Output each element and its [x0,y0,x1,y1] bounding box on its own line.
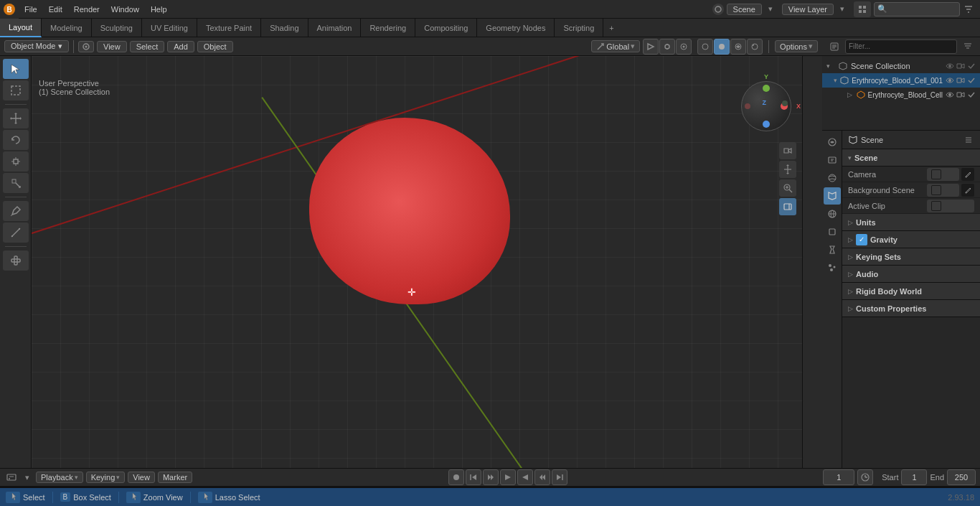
zoom-view-btn[interactable] [779,179,796,197]
end-frame[interactable]: 250 [947,469,976,485]
tool-select-cursor[interactable] [3,59,29,79]
nav-gizmo[interactable]: X Y Z [741,81,795,135]
toggle-sidebar-btn[interactable] [779,198,796,215]
camera-view-btn[interactable] [779,142,796,159]
playback-menu[interactable]: Playback ▾ [36,472,83,483]
x-neg-dot[interactable] [745,103,750,109]
tab-uv-editing[interactable]: UV Editing [142,19,197,37]
check-icon-3[interactable] [967,90,976,99]
outliner-item-erythrocyte-001[interactable]: ▾ Erythrocyte_Blood_Cell_001 [822,73,980,88]
viewport-overlay-btn[interactable] [78,41,94,52]
wireframe-mode[interactable] [697,39,713,55]
keying-menu[interactable]: Keying ▾ [86,472,126,483]
gravity-section-header[interactable]: ▷ ✓ Gravity [842,231,980,248]
camera-icon-2[interactable] [956,76,965,85]
transform-orientation[interactable]: Global ▾ [591,40,640,52]
snap-toggle[interactable] [643,39,659,55]
search-bar[interactable]: 🔍 [874,2,960,17]
step-back-btn[interactable] [483,469,499,485]
scene-section-header[interactable]: ▾ Scene [842,149,980,167]
3d-viewport[interactable]: User Perspective (1) Scene Collection X … [32,56,802,468]
tab-animation[interactable]: Animation [308,19,362,37]
prop-world-btn[interactable] [824,205,841,222]
gravity-checkbox[interactable]: ✓ [856,234,867,245]
prop-modifiers-btn[interactable] [824,241,841,258]
start-frame[interactable]: 1 [901,469,927,485]
timeline-dropdown[interactable]: ▾ [22,472,33,483]
prop-options-icon[interactable] [963,134,974,146]
tool-box-select[interactable] [3,80,29,100]
object-mode-selector[interactable]: Object Mode ▾ [4,40,69,52]
frame-clock[interactable] [857,469,873,485]
options-menu[interactable]: Options ▾ [775,40,818,52]
outliner-filter[interactable] [960,39,976,54]
prop-output-btn[interactable] [824,151,841,169]
tab-layout[interactable]: Layout [0,19,42,37]
tab-scripting[interactable]: Scripting [555,19,603,37]
pan-view-btn[interactable] [779,161,796,178]
object-menu[interactable]: Object [197,41,233,52]
camera-icon[interactable] [956,62,965,70]
prop-render-btn[interactable] [824,133,841,151]
prop-view-layer-btn[interactable] [824,169,841,187]
material-preview[interactable] [730,39,746,55]
keying-sets-section-header[interactable]: ▷ Keying Sets [842,248,980,266]
outliner-search[interactable] [845,39,957,54]
marker-menu[interactable]: Marker [158,472,192,483]
tool-annotate[interactable] [3,201,29,221]
tool-rotate[interactable] [3,130,29,150]
timeline-ruler[interactable]: 0102030405060708090100110120130140150160… [0,487,980,487]
step-forward-btn[interactable] [534,469,550,485]
tool-move[interactable] [3,108,29,128]
eye-icon[interactable] [946,62,954,70]
view-menu[interactable]: View [97,41,127,52]
eye-icon-3[interactable] [946,90,954,99]
tool-transform[interactable] [3,173,29,193]
play-back-btn[interactable] [500,469,516,485]
filter-icon[interactable] [960,1,977,17]
outliner-icon-1[interactable] [826,39,842,54]
rigid-body-world-section-header[interactable]: ▷ Rigid Body World [842,283,980,300]
tab-geometry-nodes[interactable]: Geometry Nodes [477,19,555,37]
tab-shading[interactable]: Shading [261,19,308,37]
play-forward-btn[interactable] [517,469,533,485]
y-axis-dot[interactable] [763,85,770,92]
prop-scene-btn[interactable] [824,187,841,205]
record-btn[interactable] [448,469,464,485]
prop-object-btn[interactable] [824,223,841,240]
prop-particles-btn[interactable] [824,259,841,276]
jump-start-btn[interactable] [466,469,481,485]
timeline-editor-icon[interactable] [4,470,19,484]
camera-value[interactable] [927,168,959,181]
tab-compositing[interactable]: Compositing [415,19,477,37]
tab-sculpting[interactable]: Sculpting [92,19,142,37]
tool-scale[interactable] [3,151,29,172]
nav-sphere[interactable]: X Y Z [741,81,791,131]
timeline-view-menu[interactable]: View [128,472,155,483]
tool-add-object[interactable] [3,250,29,271]
audio-section-header[interactable]: ▷ Audio [842,266,980,283]
view-layer-selector[interactable]: View Layer [782,4,834,15]
proportional-edit[interactable] [676,39,692,55]
menu-file[interactable]: File [19,0,43,19]
bg-scene-eyedrop[interactable] [961,184,974,197]
camera-eyedrop[interactable] [961,168,974,181]
units-section-header[interactable]: ▷ Units [842,214,980,231]
outliner-scene-collection[interactable]: ▾ Scene Collection [822,59,980,73]
jump-end-btn[interactable] [552,469,567,485]
menu-render[interactable]: Render [68,0,105,19]
tab-rendering[interactable]: Rendering [361,19,415,37]
add-menu[interactable]: Add [167,41,194,52]
check-icon-2[interactable] [967,76,976,85]
add-workspace-btn[interactable]: + [603,24,619,32]
camera-icon-3[interactable] [956,90,965,99]
outliner-item-erythrocyte-mesh[interactable]: ▷ Erythrocyte_Blood_Cell [822,88,980,102]
eye-icon-2[interactable] [946,76,954,85]
tab-modeling[interactable]: Modeling [42,19,92,37]
rendered-mode[interactable] [747,39,763,55]
check-icon[interactable] [967,62,976,70]
select-menu[interactable]: Select [130,41,165,52]
menu-window[interactable]: Window [105,0,145,19]
custom-properties-section-header[interactable]: ▷ Custom Properties [842,300,980,317]
tool-measure[interactable] [3,222,29,243]
